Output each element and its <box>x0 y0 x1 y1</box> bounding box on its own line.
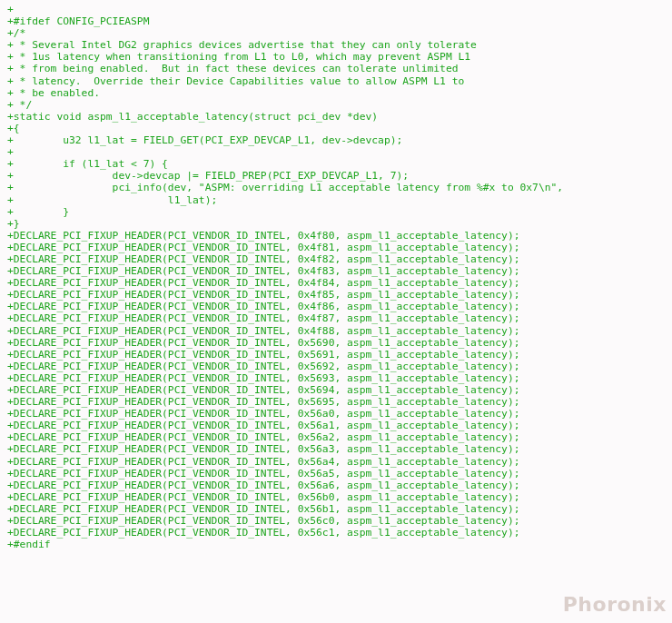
diff-code-block: + +#ifdef CONFIG_PCIEASPM +/* + * Severa… <box>0 0 672 554</box>
watermark-text: Phoronix <box>563 593 667 616</box>
